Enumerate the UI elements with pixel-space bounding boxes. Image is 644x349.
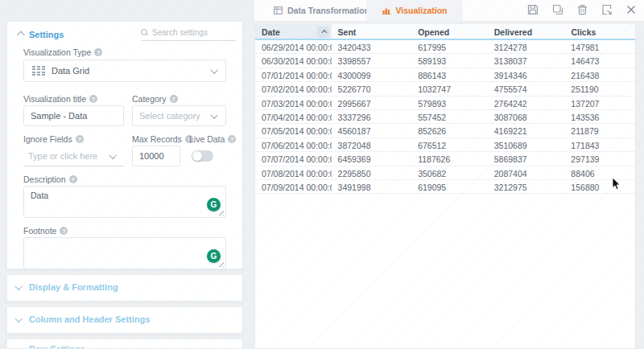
table-cell: 1032747: [411, 82, 488, 95]
grammarly-icon[interactable]: G: [207, 198, 221, 211]
table-cell: 2087404: [488, 166, 565, 179]
help-icon[interactable]: ?: [89, 95, 97, 103]
grammarly-icon[interactable]: G: [207, 249, 221, 263]
live-data-label: Live Data ?: [189, 134, 236, 144]
table-cell: 07/02/2014 00:00:00 PD: [255, 82, 332, 95]
table-cell: 2764242: [488, 96, 565, 109]
resize-handle[interactable]: [217, 209, 224, 216]
chevron-down-icon: [14, 314, 23, 322]
table-cell: 3420433: [332, 40, 412, 53]
table-cell: 557452: [411, 110, 488, 123]
table-cell: 350682: [411, 166, 488, 179]
delete-icon[interactable]: [577, 4, 588, 15]
table-row[interactable]: 07/03/2014 00:00:00 PD299566757989327642…: [255, 96, 635, 110]
settings-column: Settings Visualization Type ? Data Grid …: [6, 0, 243, 349]
table-row[interactable]: 07/08/2014 00:00:00 PD229585035068220874…: [255, 166, 635, 180]
column-header-delivered[interactable]: Delivered: [488, 24, 565, 39]
search-icon: [141, 29, 148, 36]
table-cell: 3491998: [332, 180, 412, 193]
help-icon[interactable]: ?: [170, 95, 178, 103]
table-row[interactable]: 07/09/2014 00:00:00 PD349199861909532129…: [255, 180, 635, 194]
table-cell: 3124278: [488, 40, 565, 53]
column-header-sent[interactable]: Sent: [332, 24, 412, 39]
table-cell: 4169221: [488, 124, 565, 137]
display-formatting-section[interactable]: Display & Formatting: [6, 274, 243, 302]
column-header-settings-section[interactable]: Column and Header Settings: [6, 306, 243, 334]
visualization-type-value: Data Grid: [52, 66, 89, 76]
visualization-type-label: Visualization Type ?: [23, 47, 102, 57]
save-icon[interactable]: [527, 4, 539, 15]
chevron-down-icon: [213, 111, 225, 121]
table-cell: 3872048: [332, 138, 412, 151]
table-cell: 3914346: [488, 68, 565, 81]
help-icon[interactable]: ?: [60, 227, 68, 235]
table-icon: [274, 6, 283, 14]
table-cell: 3138037: [488, 54, 565, 67]
settings-card: Settings Visualization Type ? Data Grid …: [6, 21, 243, 269]
column-header-date[interactable]: Date: [255, 24, 332, 39]
tab-data-transformation[interactable]: Data Transformation: [274, 0, 369, 21]
max-records-input[interactable]: [132, 146, 180, 166]
sort-asc-icon[interactable]: [317, 27, 329, 38]
search-input[interactable]: [152, 28, 229, 37]
data-grid-icon: [32, 66, 45, 76]
category-label: Category ?: [132, 94, 178, 104]
category-select[interactable]: Select category: [132, 105, 226, 126]
table-row[interactable]: 07/06/2014 00:00:00 PD387204867651235106…: [255, 138, 635, 152]
table-body: 06/29/2014 00:00:00 PD342043361799531242…: [255, 40, 635, 194]
table-cell: 297139: [564, 152, 635, 165]
tab-visualization[interactable]: Visualization: [366, 0, 463, 21]
table-cell: 07/05/2014 00:00:00 PD: [255, 124, 332, 137]
table-cell: 579893: [411, 96, 488, 109]
help-icon[interactable]: ?: [94, 48, 102, 56]
table-cell: 07/08/2014 00:00:00 PD: [255, 166, 332, 179]
table-cell: 3212975: [488, 180, 565, 193]
footnote-label: Footnote ?: [23, 226, 68, 236]
table-row[interactable]: 06/30/2014 00:00:00 PD339855758919331380…: [255, 54, 635, 68]
table-row[interactable]: 07/07/2014 00:00:00 PD645936911876265869…: [255, 152, 635, 166]
table-row[interactable]: 06/29/2014 00:00:00 PD342043361799531242…: [255, 40, 635, 54]
live-data-toggle[interactable]: [192, 150, 213, 162]
bar-chart-icon: [382, 6, 391, 14]
settings-search[interactable]: [141, 25, 236, 41]
ignore-fields-placeholder: Type or click here: [28, 151, 97, 161]
table-cell: 3398557: [332, 54, 412, 67]
ignore-fields-select[interactable]: Type or click here: [23, 146, 124, 166]
help-icon[interactable]: ?: [69, 175, 77, 183]
table-cell: 4755574: [488, 82, 565, 95]
table-row[interactable]: 07/02/2014 00:00:00 PD522677010327474755…: [255, 82, 635, 96]
visualization-title-input[interactable]: [23, 105, 124, 126]
description-textarea[interactable]: Data G: [23, 186, 226, 218]
table-cell: 5226770: [332, 82, 412, 95]
chevron-down-icon: [111, 151, 124, 161]
table-cell: 3510689: [488, 138, 565, 151]
table-cell: 07/06/2014 00:00:00 PD: [255, 138, 332, 151]
duplicate-icon[interactable]: [552, 4, 564, 15]
collapse-settings-icon[interactable]: [17, 31, 25, 39]
table-cell: 156880: [564, 180, 635, 193]
description-label: Description ?: [23, 174, 77, 184]
footnote-textarea[interactable]: G: [23, 237, 226, 269]
close-icon[interactable]: [626, 5, 636, 14]
table-cell: 143536: [564, 110, 635, 123]
column-header-clicks[interactable]: Clicks: [564, 24, 635, 39]
export-icon[interactable]: [601, 4, 613, 15]
column-header-opened[interactable]: Opened: [411, 24, 488, 39]
resize-handle[interactable]: [217, 261, 224, 267]
table-cell: 137207: [564, 96, 635, 109]
table-cell: 2295850: [332, 166, 412, 179]
table-row[interactable]: 07/05/2014 00:00:00 PD456018785262641692…: [255, 124, 635, 138]
help-icon[interactable]: ?: [76, 135, 84, 143]
table-cell: 676512: [411, 138, 488, 151]
visualization-type-select[interactable]: Data Grid: [23, 60, 226, 82]
row-settings-section[interactable]: Row Settings: [6, 339, 243, 349]
table-row[interactable]: 07/01/2014 00:00:00 PD430009988614339143…: [255, 68, 635, 82]
table-cell: 251190: [564, 82, 635, 95]
table-cell: 589193: [411, 54, 488, 67]
chevron-down-icon: [14, 282, 23, 290]
table-row[interactable]: 07/04/2014 00:00:00 PD333729655745230870…: [255, 110, 635, 124]
table-cell: 3087068: [488, 110, 565, 123]
table-cell: 4300099: [332, 68, 412, 81]
table-cell: 07/07/2014 00:00:00 PD: [255, 152, 332, 165]
help-icon[interactable]: ?: [228, 135, 236, 143]
